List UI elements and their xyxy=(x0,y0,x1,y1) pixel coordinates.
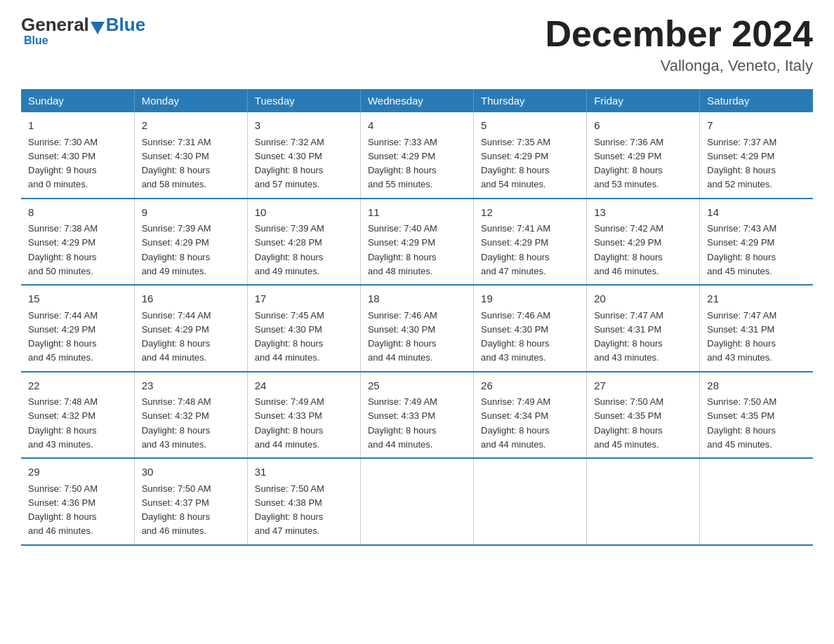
day-number: 22 xyxy=(28,378,127,394)
calendar-header: SundayMondayTuesdayWednesdayThursdayFrid… xyxy=(21,89,813,112)
calendar-table: SundayMondayTuesdayWednesdayThursdayFrid… xyxy=(21,89,813,546)
day-number: 14 xyxy=(707,205,806,221)
day-info: Sunrise: 7:50 AMSunset: 4:36 PMDaylight:… xyxy=(28,483,98,537)
day-cell: 12Sunrise: 7:41 AMSunset: 4:29 PMDayligh… xyxy=(474,199,587,286)
day-number: 23 xyxy=(142,378,240,394)
day-cell: 20Sunrise: 7:47 AMSunset: 4:31 PMDayligh… xyxy=(587,285,700,372)
day-number: 31 xyxy=(255,464,353,481)
day-cell: 5Sunrise: 7:35 AMSunset: 4:29 PMDaylight… xyxy=(474,112,587,199)
day-cell: 6Sunrise: 7:36 AMSunset: 4:29 PMDaylight… xyxy=(587,112,700,199)
week-row-5: 29Sunrise: 7:50 AMSunset: 4:36 PMDayligh… xyxy=(21,458,813,545)
day-number: 13 xyxy=(594,205,692,221)
logo: General Blue Blue xyxy=(21,14,145,47)
day-info: Sunrise: 7:38 AMSunset: 4:29 PMDaylight:… xyxy=(28,223,98,276)
title-block: December 2024 Vallonga, Veneto, Italy xyxy=(545,14,813,75)
day-info: Sunrise: 7:49 AMSunset: 4:33 PMDaylight:… xyxy=(255,396,324,450)
day-number: 26 xyxy=(481,378,579,394)
day-cell: 4Sunrise: 7:33 AMSunset: 4:29 PMDaylight… xyxy=(360,112,473,199)
day-info: Sunrise: 7:48 AMSunset: 4:32 PMDaylight:… xyxy=(28,396,98,450)
week-row-2: 8Sunrise: 7:38 AMSunset: 4:29 PMDaylight… xyxy=(21,199,813,286)
header-cell-wednesday: Wednesday xyxy=(360,89,473,112)
day-info: Sunrise: 7:37 AMSunset: 4:29 PMDaylight:… xyxy=(707,137,776,190)
day-cell: 21Sunrise: 7:47 AMSunset: 4:31 PMDayligh… xyxy=(700,285,813,372)
day-info: Sunrise: 7:50 AMSunset: 4:37 PMDaylight:… xyxy=(142,483,211,537)
day-cell xyxy=(587,458,700,545)
day-number: 3 xyxy=(255,118,353,134)
day-number: 5 xyxy=(481,118,579,134)
day-number: 2 xyxy=(142,118,240,134)
day-info: Sunrise: 7:50 AMSunset: 4:35 PMDaylight:… xyxy=(594,396,663,450)
week-row-1: 1Sunrise: 7:30 AMSunset: 4:30 PMDaylight… xyxy=(21,112,813,199)
day-info: Sunrise: 7:49 AMSunset: 4:33 PMDaylight:… xyxy=(368,396,437,450)
day-info: Sunrise: 7:50 AMSunset: 4:38 PMDaylight:… xyxy=(255,483,324,537)
day-cell: 11Sunrise: 7:40 AMSunset: 4:29 PMDayligh… xyxy=(360,199,473,286)
day-number: 21 xyxy=(707,291,806,307)
day-cell: 9Sunrise: 7:39 AMSunset: 4:29 PMDaylight… xyxy=(134,199,247,286)
day-cell: 15Sunrise: 7:44 AMSunset: 4:29 PMDayligh… xyxy=(21,285,134,372)
day-cell: 22Sunrise: 7:48 AMSunset: 4:32 PMDayligh… xyxy=(21,372,134,459)
day-number: 10 xyxy=(255,205,353,221)
day-number: 19 xyxy=(481,291,579,307)
week-row-4: 22Sunrise: 7:48 AMSunset: 4:32 PMDayligh… xyxy=(21,372,813,459)
day-info: Sunrise: 7:39 AMSunset: 4:29 PMDaylight:… xyxy=(142,223,211,276)
location-subtitle: Vallonga, Veneto, Italy xyxy=(545,57,813,75)
day-cell: 19Sunrise: 7:46 AMSunset: 4:30 PMDayligh… xyxy=(474,285,587,372)
day-number: 17 xyxy=(255,291,353,307)
day-number: 16 xyxy=(142,291,240,307)
day-cell: 18Sunrise: 7:46 AMSunset: 4:30 PMDayligh… xyxy=(360,285,473,372)
day-info: Sunrise: 7:46 AMSunset: 4:30 PMDaylight:… xyxy=(481,310,550,363)
day-cell xyxy=(474,458,587,545)
day-cell: 3Sunrise: 7:32 AMSunset: 4:30 PMDaylight… xyxy=(247,112,360,199)
day-cell xyxy=(360,458,473,545)
day-cell: 23Sunrise: 7:48 AMSunset: 4:32 PMDayligh… xyxy=(134,372,247,459)
day-cell: 30Sunrise: 7:50 AMSunset: 4:37 PMDayligh… xyxy=(134,458,247,545)
day-cell: 13Sunrise: 7:42 AMSunset: 4:29 PMDayligh… xyxy=(587,199,700,286)
main-title: December 2024 xyxy=(545,14,813,54)
day-info: Sunrise: 7:47 AMSunset: 4:31 PMDaylight:… xyxy=(594,310,663,363)
day-number: 25 xyxy=(368,378,466,394)
day-number: 20 xyxy=(594,291,692,307)
day-cell: 2Sunrise: 7:31 AMSunset: 4:30 PMDaylight… xyxy=(134,112,247,199)
day-number: 18 xyxy=(368,291,466,307)
day-number: 15 xyxy=(28,291,127,307)
day-info: Sunrise: 7:44 AMSunset: 4:29 PMDaylight:… xyxy=(142,310,211,363)
day-number: 28 xyxy=(707,378,806,394)
day-info: Sunrise: 7:39 AMSunset: 4:28 PMDaylight:… xyxy=(255,223,324,276)
day-number: 30 xyxy=(142,464,240,481)
day-info: Sunrise: 7:41 AMSunset: 4:29 PMDaylight:… xyxy=(481,223,550,276)
page-header: General Blue Blue December 2024 Vallonga… xyxy=(21,14,813,75)
day-info: Sunrise: 7:43 AMSunset: 4:29 PMDaylight:… xyxy=(707,223,776,276)
day-cell: 28Sunrise: 7:50 AMSunset: 4:35 PMDayligh… xyxy=(700,372,813,459)
day-cell: 17Sunrise: 7:45 AMSunset: 4:30 PMDayligh… xyxy=(247,285,360,372)
day-number: 9 xyxy=(142,205,240,221)
day-info: Sunrise: 7:35 AMSunset: 4:29 PMDaylight:… xyxy=(481,137,550,190)
day-info: Sunrise: 7:49 AMSunset: 4:34 PMDaylight:… xyxy=(481,396,550,450)
day-cell: 16Sunrise: 7:44 AMSunset: 4:29 PMDayligh… xyxy=(134,285,247,372)
day-number: 8 xyxy=(28,205,127,221)
day-info: Sunrise: 7:32 AMSunset: 4:30 PMDaylight:… xyxy=(255,137,324,190)
day-number: 12 xyxy=(481,205,579,221)
day-cell: 25Sunrise: 7:49 AMSunset: 4:33 PMDayligh… xyxy=(360,372,473,459)
day-number: 29 xyxy=(28,464,127,481)
header-cell-sunday: Sunday xyxy=(21,89,134,112)
day-info: Sunrise: 7:47 AMSunset: 4:31 PMDaylight:… xyxy=(707,310,776,363)
day-cell: 7Sunrise: 7:37 AMSunset: 4:29 PMDaylight… xyxy=(700,112,813,199)
day-number: 27 xyxy=(594,378,692,394)
day-cell: 29Sunrise: 7:50 AMSunset: 4:36 PMDayligh… xyxy=(21,458,134,545)
day-number: 11 xyxy=(368,205,466,221)
header-row: SundayMondayTuesdayWednesdayThursdayFrid… xyxy=(21,89,813,112)
day-info: Sunrise: 7:36 AMSunset: 4:29 PMDaylight:… xyxy=(594,137,663,190)
day-info: Sunrise: 7:33 AMSunset: 4:29 PMDaylight:… xyxy=(368,137,437,190)
day-info: Sunrise: 7:44 AMSunset: 4:29 PMDaylight:… xyxy=(28,310,98,363)
day-cell: 31Sunrise: 7:50 AMSunset: 4:38 PMDayligh… xyxy=(247,458,360,545)
header-cell-saturday: Saturday xyxy=(700,89,813,112)
day-cell: 10Sunrise: 7:39 AMSunset: 4:28 PMDayligh… xyxy=(247,199,360,286)
day-number: 6 xyxy=(594,118,692,134)
header-cell-monday: Monday xyxy=(134,89,247,112)
day-number: 1 xyxy=(28,118,127,134)
day-cell: 14Sunrise: 7:43 AMSunset: 4:29 PMDayligh… xyxy=(700,199,813,286)
day-info: Sunrise: 7:31 AMSunset: 4:30 PMDaylight:… xyxy=(142,137,211,190)
day-number: 24 xyxy=(255,378,353,394)
day-info: Sunrise: 7:30 AMSunset: 4:30 PMDaylight:… xyxy=(28,137,98,190)
day-cell: 1Sunrise: 7:30 AMSunset: 4:30 PMDaylight… xyxy=(21,112,134,199)
